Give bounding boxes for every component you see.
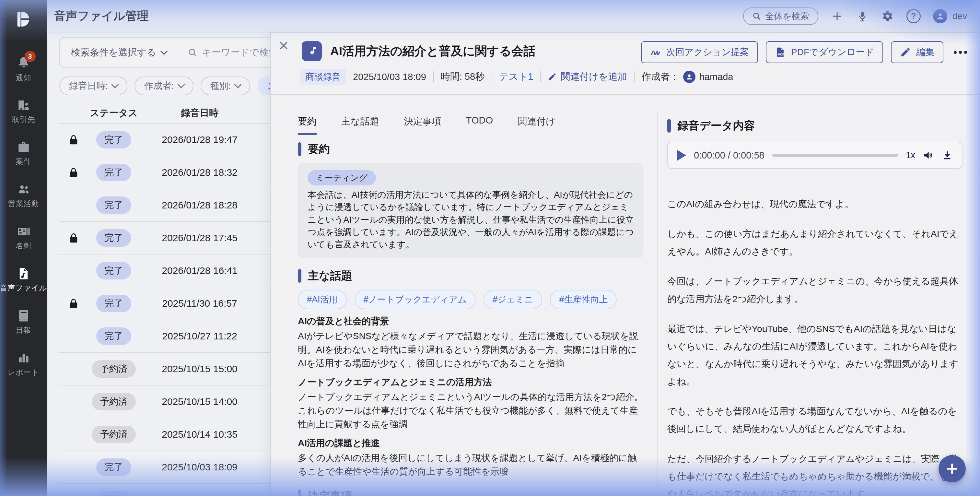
building-person-icon xyxy=(17,98,30,112)
tab-summary[interactable]: 要約 xyxy=(298,115,317,135)
sidebar-item-label: レポート xyxy=(8,367,40,377)
app-logo-icon[interactable] xyxy=(14,10,33,29)
summary-body: 本会話は、AI技術の活用方法について具体的な事例を紹介し、AIが現代社会にどのよ… xyxy=(307,189,634,251)
summary-column: 要約 主な話題 決定事項 TODO 関連付け 要約 ミーティング 本会話は、AI… xyxy=(270,111,657,496)
download-button[interactable] xyxy=(942,150,953,161)
add-button[interactable] xyxy=(830,10,843,23)
filter-recording-date[interactable]: 録音日時: xyxy=(59,77,127,95)
sidebar-item-label: 営業活動 xyxy=(8,199,39,209)
recording-date: 2025/10/15 15:00 xyxy=(140,364,259,375)
pdf-download-button[interactable]: PDF PDFでダウンロード xyxy=(766,41,883,63)
pencil-icon xyxy=(900,47,911,58)
player-time: 0:00:00 / 0:00:58 xyxy=(694,150,765,161)
sidebar-item-notifications[interactable]: 3 通知 xyxy=(0,48,47,90)
status-badge: 予約済 xyxy=(92,426,136,443)
recording-duration-label: 時間: 58秒 xyxy=(441,70,485,83)
recording-data-heading: 録音データ内容 xyxy=(677,118,755,133)
gear-icon xyxy=(882,10,894,22)
hashtag[interactable]: #ノートブックエディアム xyxy=(355,290,476,309)
settings-button[interactable] xyxy=(881,10,894,23)
status-badge: 完了 xyxy=(96,458,131,476)
hashtag[interactable]: #ジェミニ xyxy=(484,290,542,309)
player-progress-bar[interactable] xyxy=(772,154,898,157)
svg-text:PDF: PDF xyxy=(778,53,784,56)
decisions-heading: 決定事項 xyxy=(308,489,352,496)
add-relation-link[interactable]: 関連付けを追加 xyxy=(548,70,627,83)
sidebar-item-deals[interactable]: 案件 xyxy=(0,132,47,174)
sidebar-item-label: 取引先 xyxy=(12,115,35,124)
recording-date: 2025/10/14 10:35 xyxy=(140,429,259,440)
sidebar-nav: 3 通知 取引先 案件 営業活動 名刺 音声ファイル xyxy=(0,48,47,385)
global-search-label: 全体を検索 xyxy=(765,10,809,22)
people-icon xyxy=(17,182,30,196)
next-action-button[interactable]: 次回アクション提案 xyxy=(641,41,758,63)
plus-icon xyxy=(831,10,843,22)
edit-button[interactable]: 編集 xyxy=(891,41,943,63)
section-bar xyxy=(298,490,301,496)
download-icon xyxy=(942,150,953,161)
divider xyxy=(177,44,177,61)
tab-relations[interactable]: 関連付け xyxy=(517,115,555,135)
hashtag[interactable]: #生産性向上 xyxy=(550,290,617,309)
sidebar-item-daily-report[interactable]: 日報 xyxy=(0,301,47,343)
sidebar-item-label: 名刺 xyxy=(16,241,32,251)
recording-date: 2025/10/15 14:00 xyxy=(140,396,259,407)
status-badge: 完了 xyxy=(96,262,131,279)
author-name: hamada xyxy=(699,72,733,82)
close-button[interactable]: ✕ xyxy=(275,37,292,54)
sidebar: 3 通知 取引先 案件 営業活動 名刺 音声ファイル xyxy=(0,0,47,496)
detail-tabs: 要約 主な話題 決定事項 TODO 関連付け xyxy=(298,115,644,135)
search-icon xyxy=(752,12,761,21)
user-avatar[interactable] xyxy=(933,9,947,23)
person-icon xyxy=(935,11,945,21)
status-badge: 完了 xyxy=(96,131,131,148)
plus-icon xyxy=(946,462,959,475)
volume-button[interactable] xyxy=(923,150,934,161)
person-icon xyxy=(685,73,694,81)
filter-author[interactable]: 作成者: xyxy=(135,77,194,95)
author-avatar xyxy=(683,71,695,83)
create-recording-fab[interactable] xyxy=(939,455,966,482)
search-condition-label: 検索条件を選択する xyxy=(71,46,156,59)
speaker-icon xyxy=(923,150,934,161)
help-button[interactable]: ? xyxy=(907,9,921,23)
record-button[interactable] xyxy=(856,10,869,23)
keyword-placeholder: キーワードで検索 xyxy=(202,46,278,59)
more-menu-button[interactable] xyxy=(954,51,967,54)
sidebar-item-audio-files[interactable]: 音声ファイル xyxy=(0,259,47,301)
recording-date: 2026/01/28 18:32 xyxy=(140,167,259,178)
author-label: 作成者： xyxy=(642,70,679,83)
tab-todo[interactable]: TODO xyxy=(466,115,493,135)
hashtag[interactable]: #AI活用 xyxy=(298,290,347,309)
global-search-button[interactable]: 全体を検索 xyxy=(743,8,818,25)
sidebar-item-label: 通知 xyxy=(16,73,32,83)
transcript-paragraph: このAIの組み合わせは、現代の魔法ですよ。 xyxy=(667,195,963,213)
related-item-link[interactable]: テスト1 xyxy=(499,70,533,83)
transcript-paragraph: しかも、この使い方はまだあんまり紹介されていなくて、それAIでええやん。AI姉さ… xyxy=(667,225,963,260)
sidebar-item-reports[interactable]: レポート xyxy=(0,343,47,385)
topbar: 音声ファイル管理 全体を検索 ? dev xyxy=(47,0,980,32)
recording-date: 2025/10/03 18:09 xyxy=(140,462,259,473)
recording-detail-panel: ✕ AI活用方法の紹介と普及に関する会話 次回アクション提案 PDF PDFでダ… xyxy=(270,32,980,496)
summary-card: ミーティング 本会話は、AI技術の活用方法について具体的な事例を紹介し、AIが現… xyxy=(298,163,644,258)
topic-title: ノートブックエディアムとジェミニの活用方法 xyxy=(298,376,644,388)
filter-type[interactable]: 種別: xyxy=(200,77,250,95)
meeting-tag: ミーティング xyxy=(307,170,376,185)
tab-main-topics[interactable]: 主な話題 xyxy=(341,115,379,135)
status-badge: 完了 xyxy=(96,327,131,345)
sidebar-item-accounts[interactable]: 取引先 xyxy=(0,90,47,132)
detail-body: 要約 主な話題 決定事項 TODO 関連付け 要約 ミーティング 本会話は、AI… xyxy=(270,111,980,496)
bar-chart-icon xyxy=(17,351,30,365)
play-button[interactable] xyxy=(677,150,686,161)
topbar-actions: 全体を検索 ? dev xyxy=(743,8,967,25)
sidebar-item-sales-activity[interactable]: 営業活動 xyxy=(0,174,47,217)
tab-decisions[interactable]: 決定事項 xyxy=(404,115,441,135)
status-badge: 完了 xyxy=(96,491,131,496)
search-condition-dropdown[interactable]: 検索条件を選択する xyxy=(71,46,167,59)
question-icon: ? xyxy=(911,11,916,21)
author: 作成者： hamada xyxy=(642,70,733,83)
sidebar-item-business-cards[interactable]: 名刺 xyxy=(0,217,47,259)
playback-speed[interactable]: 1x xyxy=(906,150,915,161)
sidebar-item-label: 案件 xyxy=(16,156,32,167)
section-bar xyxy=(667,119,671,132)
